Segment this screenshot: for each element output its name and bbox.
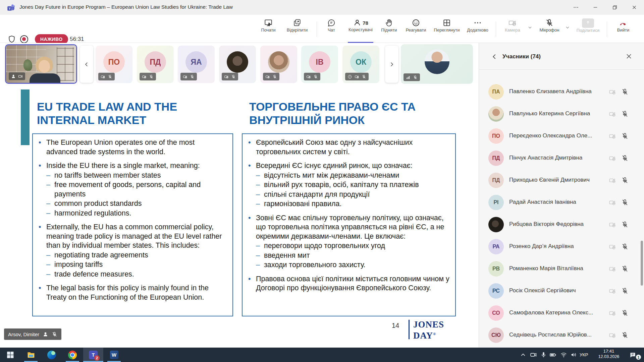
- chat-button[interactable]: Чат: [321, 15, 342, 43]
- meeting-stage: ПО ПД ЯА ІВ ОК: [0, 43, 479, 348]
- tray-camera-icon[interactable]: [530, 351, 537, 358]
- participant-name: Радай Анастасія Іванівна: [509, 199, 576, 205]
- teams-icon: T 2: [89, 351, 98, 359]
- mic-off-icon[interactable]: [621, 265, 629, 273]
- close-panel-icon[interactable]: [625, 52, 633, 60]
- participant-row[interactable]: Рибцова Вікторія Федорівна: [479, 217, 644, 232]
- participant-row[interactable]: ПД Приходько Євгеній Дмитрович: [479, 173, 644, 188]
- window-minimize-button[interactable]: [586, 0, 605, 15]
- slide-dash-item: вільний рух товарів, осіб, капіталу та п…: [256, 180, 450, 190]
- participants-count: 78: [363, 20, 368, 26]
- leave-button[interactable]: Вийти: [612, 15, 634, 43]
- strip-scroll-right-button[interactable]: [385, 46, 398, 83]
- edge-button[interactable]: [42, 348, 62, 362]
- video-tile-pd[interactable]: ПД: [137, 46, 174, 83]
- action-center-icon[interactable]: [629, 351, 636, 358]
- window-close-button[interactable]: [625, 0, 644, 15]
- slide-dash-item: введення мит: [256, 251, 450, 260]
- participant-row[interactable]: РІ Радай Анастасія Іванівна: [479, 195, 644, 210]
- question-icon: [347, 74, 352, 79]
- camera-off-icon: [609, 88, 616, 96]
- tray-battery-icon[interactable]: [549, 351, 556, 358]
- slide-dash-item: гармонізовані правила.: [256, 199, 450, 209]
- tray-chevron-up-icon[interactable]: [520, 351, 527, 358]
- video-tile-ok[interactable]: ОК: [342, 46, 379, 83]
- chevron-right-icon: [389, 61, 395, 67]
- chrome-button[interactable]: [62, 348, 83, 362]
- share-button[interactable]: Поділитися: [573, 15, 603, 43]
- raise-hand-button[interactable]: Підняти: [377, 15, 401, 43]
- meeting-toolbar: НАЖИВО 56:31 Почати Відкріпити Чат 78 Ко…: [0, 15, 644, 43]
- mic-off-icon[interactable]: [621, 155, 629, 162]
- mic-off-icon[interactable]: [621, 132, 629, 140]
- participant-row[interactable]: РС Росік Олексій Сергійович: [479, 283, 644, 299]
- microphone-button[interactable]: Мікрофон: [535, 15, 564, 43]
- strip-scroll-left-button[interactable]: [80, 46, 93, 83]
- tray-clock[interactable]: 17:41 12.03.2026: [594, 349, 623, 359]
- jones-day-logo: JONES DAY®: [413, 320, 444, 340]
- camera-button[interactable]: Камера: [500, 15, 525, 43]
- start-button[interactable]: [0, 348, 20, 362]
- mic-off-icon: [108, 74, 112, 79]
- unpin-button[interactable]: Відкріпити: [282, 15, 313, 43]
- mic-off-icon[interactable]: [621, 309, 629, 317]
- camera-options-chevron-icon[interactable]: [527, 25, 533, 30]
- mic-off-icon[interactable]: [621, 287, 629, 295]
- video-tile-ya[interactable]: ЯА: [178, 46, 215, 83]
- participant-row[interactable]: ПО Переєденко Олександра Оле...: [479, 128, 644, 144]
- tile-status-pill: [140, 73, 156, 80]
- back-chevron-icon[interactable]: [491, 53, 498, 60]
- participant-row[interactable]: ПА Павленко Єлизавета Андріївна: [479, 84, 644, 100]
- tray-wifi-icon[interactable]: [560, 351, 567, 358]
- participant-row[interactable]: СЮ Седнівець Ростислав Юрійов...: [479, 327, 644, 343]
- mic-off-icon[interactable]: [621, 110, 629, 118]
- participant-row[interactable]: ПД Пінчук Анастасія Дмитрівна: [479, 150, 644, 166]
- participant-row[interactable]: РВ Романенко Марія Віталіївна: [479, 261, 644, 277]
- participant-row[interactable]: СО Самофалова Катерина Олекс...: [479, 305, 644, 321]
- window-titlebar: Jones Day Future in Europe Program – Eur…: [0, 0, 644, 15]
- participants-button[interactable]: 78 Користувачі: [344, 15, 377, 43]
- video-tile-photo-2[interactable]: [260, 46, 297, 83]
- presenter-video-tile[interactable]: [5, 44, 77, 84]
- participant-row[interactable]: Павлунько Катерина Сергіївна: [479, 106, 644, 122]
- slide-textbox-uk: Європейський Союз має одну з найсучасніш…: [242, 133, 456, 316]
- camera-off-icon: [609, 221, 616, 228]
- start-presenting-button[interactable]: Почати: [254, 15, 282, 43]
- mic-off-icon[interactable]: [621, 199, 629, 206]
- teams-taskbar-button[interactable]: T 2: [83, 348, 103, 362]
- tray-time: 17:41: [594, 349, 623, 354]
- more-actions-button[interactable]: Додатково: [463, 15, 492, 43]
- tray-language[interactable]: УКР: [580, 352, 588, 357]
- react-button[interactable]: Реагувати: [402, 15, 430, 43]
- camera-icon: [18, 74, 23, 79]
- mic-options-chevron-icon[interactable]: [565, 25, 570, 30]
- video-tile-iv[interactable]: ІВ: [301, 46, 338, 83]
- video-tile-photo-1[interactable]: [219, 46, 256, 83]
- participants-header: Учасники (74): [479, 43, 644, 70]
- participant-row[interactable]: РА Розенко Дар’я Андріївна: [479, 239, 644, 254]
- slide-dash-item: переговори щодо торговельних угод: [256, 241, 450, 251]
- avatar: ІВ: [309, 51, 330, 73]
- participant-name: Переєденко Олександра Оле...: [509, 132, 592, 139]
- word-icon: W: [110, 351, 118, 359]
- avatar: РІ: [488, 195, 504, 210]
- tray-mic-icon[interactable]: [540, 351, 547, 358]
- video-tile-po[interactable]: ПО: [96, 46, 132, 83]
- view-button[interactable]: Переглянути: [430, 15, 464, 43]
- window-more-button[interactable]: [566, 0, 586, 15]
- mic-off-icon[interactable]: [621, 331, 629, 339]
- mic-off-icon: [231, 74, 236, 79]
- mic-off-icon[interactable]: [621, 88, 629, 96]
- mic-off-icon[interactable]: [621, 221, 629, 228]
- file-explorer-button[interactable]: [21, 348, 41, 362]
- slide-bullet-item: The European Union operates one of the m…: [38, 138, 227, 157]
- mic-off-icon[interactable]: [621, 177, 629, 184]
- speaker-video-tile[interactable]: [401, 44, 473, 84]
- participant-name: Розенко Дар’я Андріївна: [509, 243, 574, 250]
- panel-scrollbar[interactable]: [641, 241, 643, 286]
- mic-off-icon[interactable]: [621, 243, 629, 250]
- tray-speaker-icon[interactable]: [570, 351, 577, 358]
- window-restore-button[interactable]: [605, 0, 625, 15]
- word-button[interactable]: W: [104, 348, 124, 362]
- participant-name: Седнівець Ростислав Юрійов...: [509, 331, 592, 338]
